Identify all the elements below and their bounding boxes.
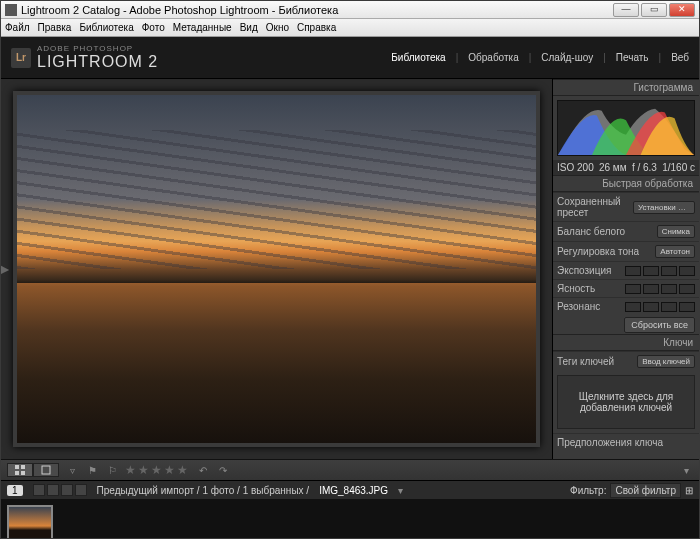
menu-library[interactable]: Библиотека	[79, 22, 133, 33]
library-toolbar: ▿ ⚑ ⚐ ★★★★★ ↶ ↷ ▾	[1, 459, 699, 481]
breadcrumb-path: Предыдущий импорт / 1 фото / 1 выбранных…	[97, 485, 310, 496]
tone-label: Регулировка тона	[557, 246, 639, 257]
svg-rect-1	[21, 465, 25, 469]
brand-main: LIGHTROOM 2	[37, 53, 391, 71]
clarity-label: Ясность	[557, 283, 595, 294]
breadcrumb-bar: 1 Предыдущий импорт / 1 фото / 1 выбранн…	[1, 481, 699, 499]
exposure-label: Экспозиция	[557, 265, 611, 276]
filter-label: Фильтр:	[570, 485, 606, 496]
quick-dev-header[interactable]: Быстрая обработка	[553, 175, 699, 192]
menu-help[interactable]: Справка	[297, 22, 336, 33]
module-picker: Библиотека| Обработка| Слайд-шоу| Печать…	[391, 52, 689, 63]
painter-icon[interactable]: ▿	[65, 463, 79, 477]
vibrance-label: Резонанс	[557, 301, 600, 312]
preview-image	[17, 95, 536, 443]
module-library[interactable]: Библиотека	[391, 52, 445, 63]
sort-buttons[interactable]	[33, 484, 87, 496]
meta-focal: 26 мм	[599, 162, 627, 173]
flag-pick-icon[interactable]: ⚑	[85, 463, 99, 477]
app-icon	[5, 4, 17, 16]
lr-logo-icon: Lr	[11, 48, 31, 68]
vibrance-stepper[interactable]	[625, 302, 695, 312]
histogram-meta: ISO 200 26 мм f / 6.3 1/160 с	[553, 160, 699, 175]
svg-rect-3	[21, 471, 25, 475]
meta-shutter: 1/160 с	[662, 162, 695, 173]
menu-view[interactable]: Вид	[240, 22, 258, 33]
maximize-button[interactable]: ▭	[641, 3, 667, 17]
module-print[interactable]: Печать	[616, 52, 649, 63]
minimize-button[interactable]: —	[613, 3, 639, 17]
preset-label: Сохраненный пресет	[557, 196, 633, 218]
reset-all-button[interactable]: Сбросить все	[624, 317, 695, 333]
image-frame[interactable]	[13, 91, 540, 447]
identity-plate: Lr ADOBE PHOTOSHOP LIGHTROOM 2 Библиотек…	[1, 37, 699, 79]
close-button[interactable]: ✕	[669, 3, 695, 17]
toolbar-menu-icon[interactable]: ▾	[679, 463, 693, 477]
keyword-suggest-label: Предположения ключа	[557, 437, 663, 448]
menu-edit[interactable]: Правка	[38, 22, 72, 33]
filter-preset-select[interactable]: Свой фильтр	[610, 483, 681, 498]
flag-reject-icon[interactable]: ⚐	[105, 463, 119, 477]
menu-metadata[interactable]: Метаданные	[173, 22, 232, 33]
window-titlebar: Lightroom 2 Catalog - Adobe Photoshop Li…	[1, 1, 699, 19]
window-title: Lightroom 2 Catalog - Adobe Photoshop Li…	[21, 4, 613, 16]
menu-bar: Файл Правка Библиотека Фото Метаданные В…	[1, 19, 699, 37]
meta-aperture: f / 6.3	[632, 162, 657, 173]
filter-lock-icon[interactable]: ⊞	[685, 485, 693, 496]
svg-rect-0	[15, 465, 19, 469]
rotate-ccw-icon[interactable]: ↶	[196, 463, 210, 477]
svg-rect-4	[42, 466, 50, 474]
brand-sup: ADOBE PHOTOSHOP	[37, 44, 391, 53]
module-web[interactable]: Веб	[671, 52, 689, 63]
left-panel-expander-icon[interactable]: ▶	[1, 249, 8, 289]
keyword-mode-select[interactable]: Ввод ключей	[637, 355, 695, 368]
svg-rect-2	[15, 471, 19, 475]
histogram[interactable]	[557, 100, 695, 156]
exposure-stepper[interactable]	[625, 266, 695, 276]
grid-view-button[interactable]	[7, 463, 33, 477]
module-develop[interactable]: Обработка	[468, 52, 518, 63]
keywords-header[interactable]: Ключи	[553, 334, 699, 351]
menu-file[interactable]: Файл	[5, 22, 30, 33]
meta-iso: ISO 200	[557, 162, 594, 173]
clarity-stepper[interactable]	[625, 284, 695, 294]
module-slideshow[interactable]: Слайд-шоу	[541, 52, 593, 63]
breadcrumb-filename: IMG_8463.JPG	[319, 485, 388, 496]
filmstrip-thumbnail[interactable]	[7, 505, 53, 539]
filmstrip[interactable]	[1, 499, 699, 539]
main-canvas	[1, 79, 552, 459]
menu-window[interactable]: Окно	[266, 22, 289, 33]
autotone-button[interactable]: Автотон	[655, 245, 695, 258]
wb-label: Баланс белого	[557, 226, 625, 237]
rating-stars[interactable]: ★★★★★	[125, 463, 190, 477]
wb-select[interactable]: Снимка	[657, 225, 695, 238]
keyword-tags-label: Теги ключей	[557, 356, 614, 367]
loupe-view-button[interactable]	[33, 463, 59, 477]
right-panel: Гистограмма ISO 200 26 мм f / 6.3 1/160 …	[552, 79, 699, 459]
keyword-input[interactable]: Щелкните здесь для добавления ключей	[557, 375, 695, 429]
menu-photo[interactable]: Фото	[142, 22, 165, 33]
histogram-header[interactable]: Гистограмма	[553, 79, 699, 96]
rotate-cw-icon[interactable]: ↷	[216, 463, 230, 477]
preset-select[interactable]: Установки по ум...	[633, 201, 695, 214]
count-badge: 1	[7, 485, 23, 496]
